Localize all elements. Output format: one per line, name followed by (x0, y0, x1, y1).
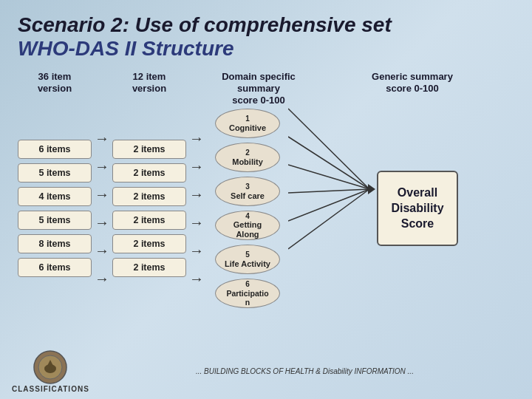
svg-line-4 (288, 189, 369, 221)
item-12-5: 2 items (112, 258, 186, 277)
item-36-1: 5 items (18, 163, 92, 183)
domain-5: 6Participatio n (215, 279, 280, 308)
item-12-0: 2 items (112, 140, 186, 159)
footer-left: CLASSIFICATIONS (12, 349, 89, 393)
col12-header: 12 item version (112, 71, 186, 106)
lines-overall-block: Overall Disability Score (288, 171, 514, 246)
svg-line-3 (288, 189, 369, 193)
col36-items: 6 items 5 items 4 items 5 items 8 items … (18, 140, 92, 277)
convergence-lines-svg (288, 97, 406, 282)
item-36-0: 6 items (18, 140, 92, 159)
domain-3: 4Getting Along (215, 211, 280, 240)
arrows-36-12: → → → → → → (92, 126, 112, 290)
item-12-2: 2 items (112, 187, 186, 206)
item-36-4: 8 items (18, 234, 92, 253)
domain-2: 3Self care (215, 177, 280, 206)
item-12-1: 2 items (112, 163, 186, 183)
footer-center-text: ... BUILDING BLOCKS OF HEALTH & Disabili… (101, 367, 508, 375)
domain-4: 5Life Activity (215, 245, 280, 274)
arrow-1: → (95, 154, 109, 178)
item-12-3: 2 items (112, 211, 186, 230)
domain-ovals: 1Cognitive 2Mobility 3Self care 4Getting… (207, 109, 288, 308)
item-36-5: 6 items (18, 258, 92, 277)
arrow-4: → (95, 239, 109, 262)
svg-line-1 (288, 137, 369, 189)
arrow-0: → (95, 126, 109, 150)
title-line2: WHO-DAS II Structure (18, 37, 514, 61)
domain-0: 1Cognitive (215, 109, 280, 138)
main-container: Scenario 2: Use of comprehensive set WHO… (0, 0, 532, 399)
arrow-3: → (95, 211, 109, 234)
arrow-5: → (95, 267, 109, 290)
svg-line-5 (288, 189, 369, 249)
title-block: Scenario 2: Use of comprehensive set WHO… (18, 13, 514, 61)
item-36-2: 4 items (18, 187, 92, 206)
arrows-12-domain: → → → → → → (186, 126, 207, 290)
item-12-4: 2 items (112, 234, 186, 253)
item-36-3: 5 items (18, 211, 92, 230)
domain-1: 2Mobility (215, 143, 280, 172)
footer-classifications: CLASSIFICATIONS (12, 385, 89, 393)
arrow-2: → (95, 183, 109, 206)
footer: CLASSIFICATIONS ... BUILDING BLOCKS OF H… (0, 349, 532, 393)
title-line1: Scenario 2: Use of comprehensive set (18, 13, 514, 37)
svg-marker-6 (368, 184, 375, 194)
col36-header: 36 item version (18, 71, 92, 106)
seal-logo (33, 349, 68, 385)
col12-items: 2 items 2 items 2 items 2 items 2 items … (112, 140, 186, 277)
